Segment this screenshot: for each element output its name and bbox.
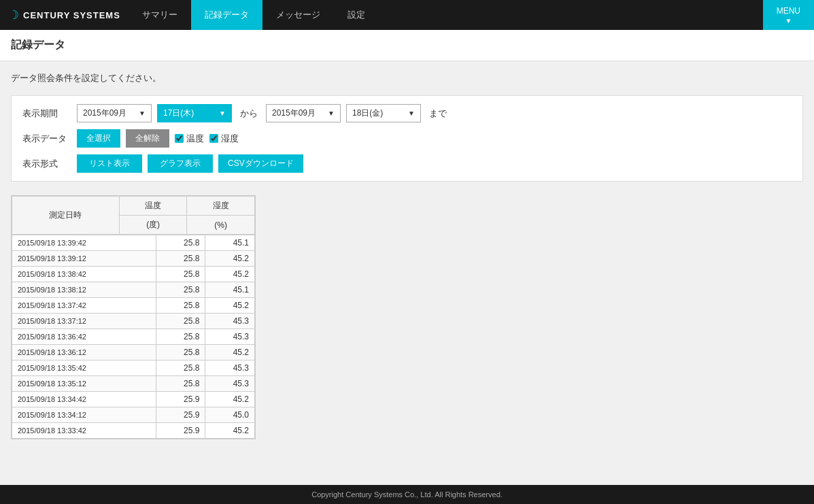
to-month-dropdown[interactable]: 2015年09月 ▼ — [266, 104, 341, 122]
list-view-button[interactable]: リスト表示 — [77, 154, 142, 173]
from-day-arrow-icon: ▼ — [219, 110, 226, 117]
cell-datetime: 2015/09/18 13:36:12 — [12, 345, 156, 360]
cell-datetime: 2015/09/18 13:38:12 — [12, 282, 156, 298]
nav-item-summary[interactable]: サマリー — [129, 0, 191, 30]
col-humidity-unit: (%) — [187, 216, 255, 235]
temp-checkbox[interactable] — [175, 134, 184, 143]
table-body: 2015/09/18 13:39:4225.845.12015/09/18 13… — [12, 235, 255, 439]
cell-humidity: 45.3 — [205, 314, 255, 329]
cell-humidity: 45.2 — [205, 423, 255, 439]
to-month-arrow-icon: ▼ — [328, 110, 335, 117]
cell-temp: 25.8 — [156, 282, 205, 298]
cell-humidity: 45.0 — [205, 407, 255, 423]
table-row: 2015/09/18 13:33:4225.945.2 — [12, 423, 255, 439]
table-row: 2015/09/18 13:37:4225.845.2 — [12, 298, 255, 314]
col-humidity-header: 湿度 — [187, 197, 255, 216]
menu-button[interactable]: MENU ▼ — [763, 0, 814, 30]
kara-text: から — [237, 107, 260, 120]
period-label: 表示期間 — [22, 107, 77, 120]
made-text: まで — [426, 107, 450, 120]
table-row: 2015/09/18 13:35:4225.845.3 — [12, 360, 255, 376]
humidity-checkbox[interactable] — [209, 134, 218, 143]
cell-temp: 25.8 — [156, 314, 205, 329]
menu-label: MENU — [777, 6, 800, 16]
header: ☽ CENTURY SYSTEMS サマリー 記録データ メッセージ 設定 ME… — [0, 0, 814, 30]
main-nav: サマリー 記録データ メッセージ 設定 — [129, 0, 763, 30]
cell-humidity: 45.2 — [205, 298, 255, 314]
cell-humidity: 45.2 — [205, 251, 255, 267]
nav-item-data[interactable]: 記録データ — [191, 0, 262, 30]
cell-datetime: 2015/09/18 13:37:42 — [12, 298, 156, 314]
logo-text: CENTURY SYSTEMS — [23, 10, 120, 20]
from-month-dropdown[interactable]: 2015年09月 ▼ — [77, 104, 152, 122]
cell-datetime: 2015/09/18 13:34:12 — [12, 407, 156, 423]
format-controls: リスト表示 グラフ表示 CSVダウンロード — [77, 154, 303, 173]
cell-humidity: 45.3 — [205, 360, 255, 376]
period-row: 表示期間 2015年09月 ▼ 17日(木) ▼ から 2015年09月 ▼ 1… — [22, 104, 792, 122]
format-label: 表示形式 — [22, 158, 77, 170]
table-row: 2015/09/18 13:36:4225.845.3 — [12, 329, 255, 345]
data-row: 表示データ 全選択 全解除 温度 湿度 — [22, 129, 792, 148]
cell-datetime: 2015/09/18 13:35:42 — [12, 360, 156, 376]
data-table-container: 測定日時 温度 湿度 (度) (%) 2015/09/18 13:39:4225… — [11, 195, 256, 439]
page-title-bar: 記録データ — [0, 30, 814, 61]
cell-temp: 25.8 — [156, 251, 205, 267]
to-day-arrow-icon: ▼ — [408, 110, 415, 117]
data-label: 表示データ — [22, 133, 77, 145]
col-temp-header: 温度 — [119, 197, 187, 216]
csv-download-button[interactable]: CSVダウンロード — [218, 154, 303, 173]
cell-datetime: 2015/09/18 13:34:42 — [12, 392, 156, 407]
table-scroll-area[interactable]: 2015/09/18 13:39:4225.845.12015/09/18 13… — [12, 235, 255, 439]
conditions-panel: 表示期間 2015年09月 ▼ 17日(木) ▼ から 2015年09月 ▼ 1… — [11, 95, 803, 182]
to-day-dropdown[interactable]: 18日(金) ▼ — [346, 104, 421, 122]
cell-datetime: 2015/09/18 13:35:12 — [12, 376, 156, 392]
cell-temp: 25.8 — [156, 329, 205, 345]
table-row: 2015/09/18 13:39:1225.845.2 — [12, 251, 255, 267]
data-table: 測定日時 温度 湿度 (度) (%) — [12, 196, 255, 235]
menu-arrow-icon: ▼ — [785, 17, 792, 24]
table-row: 2015/09/18 13:38:1225.845.1 — [12, 282, 255, 298]
cell-datetime: 2015/09/18 13:39:12 — [12, 251, 156, 267]
data-controls: 全選択 全解除 温度 湿度 — [77, 129, 239, 148]
cell-humidity: 45.3 — [205, 329, 255, 345]
cell-temp: 25.9 — [156, 392, 205, 407]
graph-view-button[interactable]: グラフ表示 — [148, 154, 213, 173]
main-content: データ照会条件を設定してください。 表示期間 2015年09月 ▼ 17日(木)… — [0, 61, 814, 452]
from-month-arrow-icon: ▼ — [139, 110, 146, 117]
cell-datetime: 2015/09/18 13:36:42 — [12, 329, 156, 345]
cell-datetime: 2015/09/18 13:38:42 — [12, 267, 156, 282]
cell-humidity: 45.1 — [205, 282, 255, 298]
humidity-checkbox-label[interactable]: 湿度 — [209, 133, 239, 145]
cell-temp: 25.8 — [156, 267, 205, 282]
from-day-dropdown[interactable]: 17日(木) ▼ — [157, 104, 232, 122]
temp-checkbox-label[interactable]: 温度 — [175, 133, 204, 145]
cell-humidity: 45.2 — [205, 345, 255, 360]
nav-item-settings[interactable]: 設定 — [334, 0, 379, 30]
deselect-all-button[interactable]: 全解除 — [126, 129, 169, 148]
col-datetime-header: 測定日時 — [12, 197, 120, 235]
table-row: 2015/09/18 13:36:1225.845.2 — [12, 345, 255, 360]
cell-temp: 25.8 — [156, 360, 205, 376]
table-row: 2015/09/18 13:34:1225.945.0 — [12, 407, 255, 423]
cell-humidity: 45.2 — [205, 392, 255, 407]
format-row: 表示形式 リスト表示 グラフ表示 CSVダウンロード — [22, 154, 792, 173]
select-all-button[interactable]: 全選択 — [77, 129, 120, 148]
cell-temp: 25.8 — [156, 235, 205, 251]
table-row: 2015/09/18 13:35:1225.845.3 — [12, 376, 255, 392]
instruction-text: データ照会条件を設定してください。 — [11, 72, 803, 84]
cell-temp: 25.9 — [156, 407, 205, 423]
col-temp-unit: (度) — [119, 216, 187, 235]
cell-temp: 25.8 — [156, 345, 205, 360]
table-row: 2015/09/18 13:37:1225.845.3 — [12, 314, 255, 329]
cell-humidity: 45.2 — [205, 267, 255, 282]
logo-area: ☽ CENTURY SYSTEMS — [0, 0, 129, 30]
logo-icon: ☽ — [8, 7, 19, 22]
table-row: 2015/09/18 13:38:4225.845.2 — [12, 267, 255, 282]
nav-item-message[interactable]: メッセージ — [262, 0, 334, 30]
cell-datetime: 2015/09/18 13:33:42 — [12, 423, 156, 439]
cell-temp: 25.9 — [156, 423, 205, 439]
table-row: 2015/09/18 13:34:4225.945.2 — [12, 392, 255, 407]
cell-datetime: 2015/09/18 13:39:42 — [12, 235, 156, 251]
page-title: 記録データ — [11, 39, 65, 50]
table-row: 2015/09/18 13:39:4225.845.1 — [12, 235, 255, 251]
